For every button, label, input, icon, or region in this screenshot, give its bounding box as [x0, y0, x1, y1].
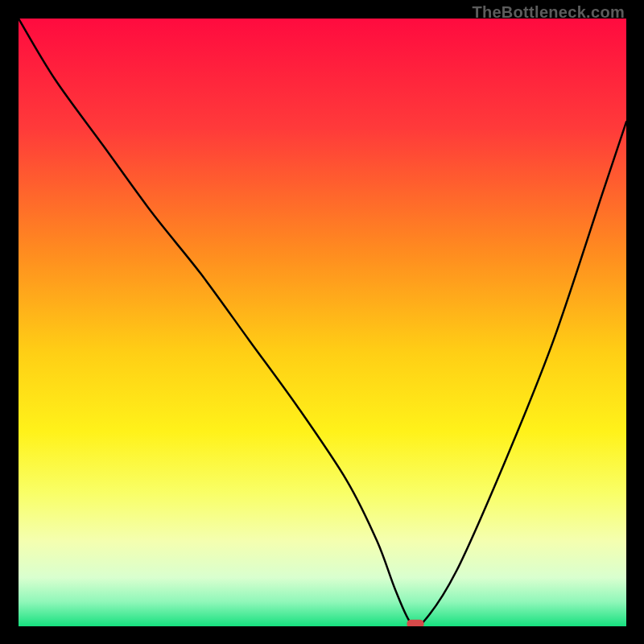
gradient-background: [19, 19, 626, 626]
plot-area: [19, 19, 626, 626]
chart-frame: TheBottleneck.com: [0, 0, 644, 644]
watermark-text: TheBottleneck.com: [472, 3, 625, 22]
optimum-marker: [407, 620, 423, 626]
chart-svg: [19, 19, 626, 626]
